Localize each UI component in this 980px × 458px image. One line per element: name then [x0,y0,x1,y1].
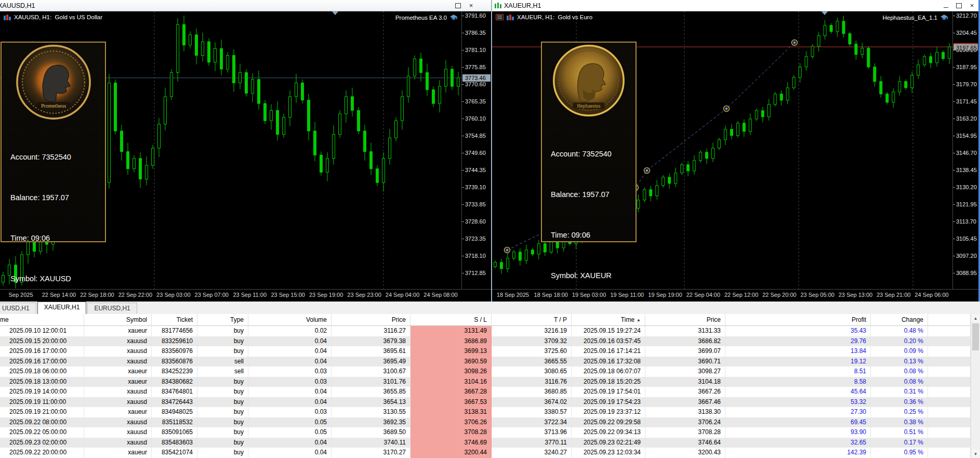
column-header[interactable]: me [0,314,84,326]
table-cell[interactable]: 833560876 [152,357,197,367]
tab-xaueur[interactable]: XAUEUR,H1 [37,302,87,314]
table-cell[interactable]: 3699.13 [410,346,492,357]
column-header[interactable] [928,314,971,326]
table-cell[interactable]: 3690.59 [410,357,492,367]
column-header[interactable]: S / L [410,314,492,326]
table-cell[interactable]: 2025.09.16 17:00:00 [0,357,84,367]
table-cell[interactable]: 0.38 % [871,417,928,428]
table-cell[interactable] [928,397,971,408]
table-cell[interactable]: 3116.76 [492,377,572,387]
table-cell[interactable] [928,326,971,336]
table-cell[interactable]: 3667.28 [410,387,492,397]
table-cell[interactable]: 3746.69 [410,438,492,448]
table-cell[interactable]: 3654.13 [332,397,410,408]
table-cell[interactable]: buy [197,448,248,458]
table-cell[interactable]: 3695.49 [332,357,410,367]
table-cell[interactable]: 3098.27 [645,367,725,377]
table-cell[interactable]: 834252239 [152,367,197,377]
table-cell[interactable]: 3667.53 [410,397,492,408]
table-cell[interactable]: 53.32 [725,397,871,408]
table-cell[interactable]: 3667.46 [645,397,725,408]
table-cell[interactable]: 2025.09.19 23:37:12 [572,407,645,417]
table-cell[interactable]: 2025.09.18 13:00:00 [0,377,84,387]
table-cell[interactable] [928,387,971,397]
table-cell[interactable]: 3080.65 [492,367,572,377]
table-cell[interactable]: xauusd [84,397,152,408]
table-cell[interactable]: 3708.28 [645,427,725,438]
chart-xaueur[interactable]: XAUEUR, H1: Gold vs Euro Hephaestus_EA_1… [492,11,978,302]
table-cell[interactable]: 0.03 [248,407,332,417]
table-cell[interactable]: 0.04 [248,387,332,397]
table-cell[interactable]: 45.64 [725,387,871,397]
table-cell[interactable]: 0.36 % [871,397,928,408]
table-cell[interactable]: xauusd [84,387,152,397]
table-cell[interactable]: xauusd [84,346,152,357]
table-cell[interactable]: 8.51 [725,367,871,377]
table-cell[interactable] [928,448,971,458]
graduation-cap-icon[interactable] [940,14,948,21]
table-cell[interactable]: 3200.44 [410,448,492,458]
maximize-button[interactable] [952,1,965,11]
table-cell[interactable]: buy [197,377,248,387]
tab-xauusd[interactable]: UUSD,H1 [0,303,36,314]
chart-shift-marker[interactable] [332,11,338,15]
table-cell[interactable]: 0.25 % [871,407,928,417]
table-cell[interactable]: 142.39 [725,448,871,458]
table-cell[interactable]: xauusd [84,336,152,347]
scroll-thumb[interactable] [972,323,979,350]
table-cell[interactable]: 3686.82 [645,336,725,347]
table-cell[interactable]: 0.13 % [871,357,928,367]
table-cell[interactable]: 0.31 % [871,387,928,397]
table-cell[interactable]: 2025.09.19 17:54:01 [572,387,645,397]
table-cell[interactable]: xauusd [84,357,152,367]
table-cell[interactable]: xauusd [84,438,152,448]
table-cell[interactable]: 2025.09.16 17:32:08 [572,357,645,367]
scroll-up-button[interactable]: ▲ [971,314,980,322]
table-cell[interactable]: 19.12 [725,357,871,367]
column-header[interactable]: Time▲ [572,314,645,326]
table-cell[interactable]: 93.90 [725,427,871,438]
table-cell[interactable]: sell [197,357,248,367]
table-cell[interactable]: 0.17 % [871,438,928,448]
table-cell[interactable]: 3170.27 [332,448,410,458]
table-cell[interactable]: xaueur [84,367,152,377]
table-cell[interactable]: 35.43 [725,326,871,336]
table-cell[interactable]: 3699.07 [645,346,725,357]
table-cell[interactable]: 0.51 % [871,427,928,438]
table-cell[interactable]: 2025.09.15 20:00:00 [0,336,84,347]
table-cell[interactable]: 2025.09.18 06:07:07 [572,367,645,377]
column-header[interactable]: T / P [492,314,572,326]
column-header[interactable]: Price [332,314,410,326]
price-scale-xauusd[interactable]: 3791.603786.353781.103775.853770.603765.… [461,11,491,289]
table-cell[interactable]: 0.04 [248,448,332,458]
table-cell[interactable]: buy [197,407,248,417]
table-cell[interactable]: 3746.64 [645,438,725,448]
table-cell[interactable]: 3100.67 [332,367,410,377]
table-cell[interactable]: buy [197,346,248,357]
table-cell[interactable]: 3679.38 [332,336,410,347]
table-cell[interactable]: buy [197,427,248,438]
close-button[interactable]: × [465,1,478,11]
table-cell[interactable]: 2025.09.16 17:14:21 [572,346,645,357]
table-cell[interactable]: 3722.34 [492,417,572,428]
titlebar-xauusd[interactable]: XAUUSD,H1 × [0,0,491,11]
table-cell[interactable]: 3216.19 [492,326,572,336]
table-cell[interactable]: xauusd [84,427,152,438]
table-cell[interactable]: 3380.57 [492,407,572,417]
table-cell[interactable]: xaueur [84,448,152,458]
maximize-button[interactable] [452,1,465,11]
table-cell[interactable]: 69.45 [725,417,871,428]
table-cell[interactable]: 3667.26 [645,387,725,397]
table-cell[interactable]: 2025.09.23 02:00:00 [0,438,84,448]
table-cell[interactable]: 3709.32 [492,336,572,347]
table-cell[interactable]: 2025.09.22 08:00:00 [0,417,84,428]
graduation-cap-icon[interactable] [449,14,458,21]
table-cell[interactable] [928,438,971,448]
table-cell[interactable] [928,367,971,377]
column-header[interactable]: Ticket [152,314,197,326]
table-cell[interactable]: 0.08 % [871,367,928,377]
table-cell[interactable]: 0.04 [248,336,332,347]
table-cell[interactable]: xaueur [84,377,152,387]
column-header[interactable]: Type [197,314,248,326]
table-cell[interactable]: 834948025 [152,407,197,417]
